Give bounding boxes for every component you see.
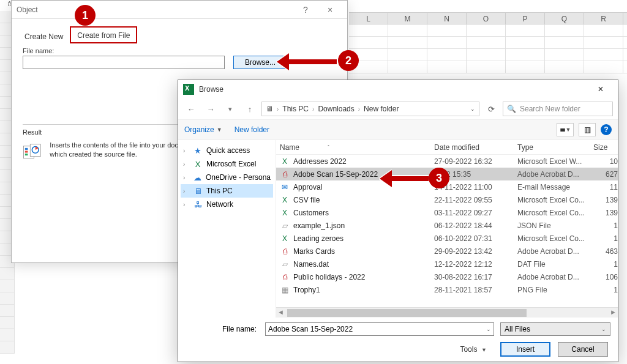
file-date: 29-09-2022 13:42	[434, 247, 517, 256]
browse-titlebar[interactable]: Browse ×	[178, 80, 618, 98]
tree-item-label: OneDrive - Persona	[206, 173, 271, 182]
horizontal-scrollbar[interactable]: ◄ ►	[276, 307, 618, 318]
chevron-down-icon[interactable]: ⌄	[601, 326, 606, 332]
browse-dialog: Browse × ← → ▾ ↑ 🖥 › This PC › Downloads…	[178, 80, 618, 362]
file-name-combo[interactable]: Adobe Scan 15-Sep-2022⌄	[265, 322, 494, 336]
object-title: Object	[17, 6, 293, 14]
file-type-filter[interactable]: All Files⌄	[500, 322, 610, 336]
col-header[interactable]: Q	[545, 13, 584, 24]
chevron-right-icon[interactable]: ›	[183, 188, 189, 195]
chevron-down-icon[interactable]: ⌄	[486, 326, 491, 332]
chevron-right-icon[interactable]: ›	[183, 201, 189, 208]
file-type: JSON File	[517, 221, 593, 230]
organize-menu[interactable]: Organize ▼	[184, 125, 222, 134]
chevron-right-icon[interactable]: ›	[183, 147, 189, 154]
file-name: Customers	[293, 209, 434, 217]
chevron-down-icon[interactable]: ⌄	[470, 106, 475, 112]
file-list-header[interactable]: Nameˆ Date modified Type Size	[276, 140, 618, 155]
file-date: 06-10-2022 07:31	[434, 234, 517, 243]
file-type: Microsoft Excel Co...	[517, 196, 593, 204]
tree-item[interactable]: ›XMicrosoft Excel	[181, 157, 273, 171]
file-row[interactable]: ▱example_1.json06-12-2022 18:44JSON File…	[276, 219, 618, 232]
svg-rect-1	[25, 148, 28, 150]
file-type: PNG File	[517, 286, 593, 294]
scroll-left-icon[interactable]: ◄	[277, 308, 284, 316]
file-name: Addresses 2022	[293, 157, 434, 166]
col-header[interactable]: P	[506, 13, 545, 24]
col-header[interactable]: N	[427, 13, 467, 24]
file-type: Microsoft Excel Co...	[517, 209, 593, 217]
file-row[interactable]: XCSV file22-11-2022 09:55Microsoft Excel…	[276, 193, 618, 206]
tree-item-label: This PC	[206, 187, 233, 195]
preview-pane-button[interactable]: ▥	[579, 123, 596, 136]
help-icon[interactable]: ?	[601, 124, 612, 135]
tools-menu[interactable]: Tools ▼	[460, 345, 487, 354]
nav-forward-button[interactable]: →	[203, 101, 219, 117]
pc-icon: 🖥	[266, 105, 273, 113]
browse-title: Browse	[199, 85, 588, 94]
svg-rect-2	[25, 150, 28, 152]
file-type: E-mail Message	[517, 183, 593, 191]
tree-item-icon: 🖥	[193, 186, 203, 196]
col-header[interactable]: O	[467, 13, 506, 24]
chevron-right-icon[interactable]: ›	[183, 161, 189, 168]
tree-item-icon: ☁	[193, 173, 202, 182]
file-row[interactable]: ▦Trophy128-11-2021 18:57PNG File1	[276, 283, 618, 296]
file-name: Public holidays - 2022	[293, 273, 434, 281]
object-titlebar[interactable]: Object ? ×	[12, 1, 347, 19]
nav-recent-button[interactable]: ▾	[222, 101, 238, 117]
file-type-icon: ▦	[280, 285, 290, 295]
breadcrumb-segment[interactable]: This PC	[282, 105, 309, 113]
file-date: 06-12-2022 18:44	[434, 221, 517, 230]
file-row[interactable]: ▱Names.dat12-12-2022 12:12DAT File1	[276, 258, 618, 270]
callout-1: 1	[75, 5, 96, 26]
view-options-button[interactable]: ≣ ▼	[557, 123, 574, 136]
file-row[interactable]: ⎙Public holidays - 202230-08-2022 16:17A…	[276, 270, 618, 283]
refresh-button[interactable]: ⟳	[483, 102, 499, 116]
tree-item[interactable]: ›🖥This PC	[181, 184, 273, 198]
tree-item-icon: ★	[193, 146, 203, 155]
file-row[interactable]: XCustomers03-11-2022 09:27Microsoft Exce…	[276, 206, 618, 219]
file-name-input[interactable]	[23, 56, 225, 69]
nav-back-button[interactable]: ←	[183, 101, 199, 117]
nav-tree: ›★Quick access›XMicrosoft Excel›☁OneDriv…	[178, 140, 276, 318]
col-header[interactable]: M	[388, 13, 427, 24]
file-size: 10	[593, 157, 618, 166]
file-type: Adobe Acrobat D...	[517, 247, 593, 256]
file-row[interactable]: ⎙Marks Cards29-09-2022 13:42Adobe Acroba…	[276, 245, 618, 258]
col-header[interactable]: R	[584, 13, 623, 24]
col-header[interactable]: L	[349, 13, 388, 24]
file-type: Adobe Acrobat D...	[517, 170, 593, 179]
callout-3: 3	[429, 168, 449, 188]
breadcrumb[interactable]: 🖥 › This PC › Downloads › New folder ⌄	[261, 102, 479, 116]
nav-up-button[interactable]: ↑	[242, 101, 258, 117]
breadcrumb-segment[interactable]: Downloads	[318, 105, 354, 113]
file-date: 12-12-2022 12:12	[434, 260, 517, 269]
new-folder-button[interactable]: New folder	[235, 125, 269, 134]
file-name: Names.dat	[293, 260, 434, 269]
excel-app-icon	[183, 84, 194, 95]
tree-item-label: Quick access	[206, 146, 250, 155]
file-row[interactable]: XLeading zeroes06-10-2022 07:31Microsoft…	[276, 232, 618, 245]
close-button[interactable]: ×	[588, 84, 613, 95]
tab-create-from-file[interactable]: Create from File	[70, 26, 137, 43]
scroll-right-icon[interactable]: ►	[610, 308, 617, 316]
insert-button[interactable]: Insert	[500, 342, 550, 357]
file-name: Leading zeroes	[293, 234, 434, 243]
file-row[interactable]: XAddresses 202227-09-2022 16:32Microsoft…	[276, 155, 618, 168]
file-name-label: File name:	[186, 325, 259, 333]
svg-rect-3	[25, 154, 28, 155]
search-input[interactable]: 🔍 Search New folder	[503, 102, 613, 116]
help-button[interactable]: ?	[293, 5, 318, 15]
tab-create-new[interactable]: Create New	[18, 28, 70, 43]
breadcrumb-segment[interactable]: New folder	[364, 105, 399, 113]
tree-item[interactable]: ›☁OneDrive - Persona	[181, 171, 273, 184]
file-type: DAT File	[517, 260, 593, 269]
chevron-right-icon[interactable]: ›	[183, 174, 189, 181]
cancel-button[interactable]: Cancel	[558, 342, 608, 357]
file-name: Trophy1	[293, 286, 434, 294]
close-button[interactable]: ×	[318, 5, 342, 15]
tree-item[interactable]: ›★Quick access	[181, 144, 273, 157]
tree-item[interactable]: ›🖧Network	[181, 198, 273, 211]
file-size: 627	[593, 170, 618, 179]
